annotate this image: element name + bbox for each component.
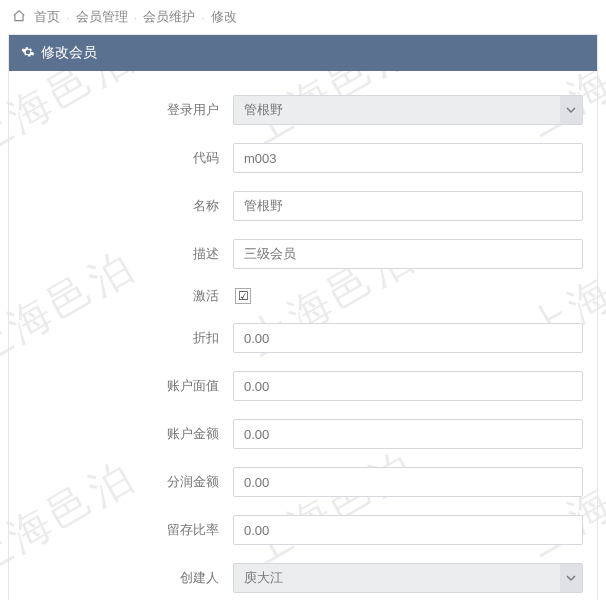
label-creator: 创建人 [23,569,233,587]
input-face-value[interactable] [233,371,583,401]
input-name[interactable] [233,191,583,221]
label-balance: 账户金额 [23,425,233,443]
label-face-value: 账户面值 [23,377,233,395]
breadcrumb-sep: · [66,10,70,25]
row-code: 代码 [23,143,583,173]
breadcrumb-home[interactable]: 首页 [34,8,60,26]
row-dividend: 分润金额 [23,467,583,497]
label-discount: 折扣 [23,329,233,347]
label-code: 代码 [23,149,233,167]
breadcrumb-l3: 修改 [211,8,237,26]
input-retain-rate[interactable] [233,515,583,545]
row-login-user: 登录用户 管根野 [23,95,583,125]
checkbox-active[interactable]: ☑ [235,288,251,304]
label-active: 激活 [23,287,233,305]
label-login-user: 登录用户 [23,101,233,119]
row-name: 名称 [23,191,583,221]
input-balance[interactable] [233,419,583,449]
row-retain-rate: 留存比率 [23,515,583,545]
row-desc: 描述 [23,239,583,269]
breadcrumb-l2[interactable]: 会员维护 [143,8,195,26]
gear-icon [21,45,35,62]
breadcrumb: 首页 · 会员管理 · 会员维护 · 修改 [0,0,606,34]
breadcrumb-sep: · [134,10,138,25]
panel: 修改会员 登录用户 管根野 代码 名称 描述 [8,34,598,600]
breadcrumb-l1[interactable]: 会员管理 [76,8,128,26]
row-discount: 折扣 [23,323,583,353]
label-name: 名称 [23,197,233,215]
label-retain-rate: 留存比率 [23,521,233,539]
input-code[interactable] [233,143,583,173]
breadcrumb-sep: · [201,10,205,25]
input-discount[interactable] [233,323,583,353]
input-dividend[interactable] [233,467,583,497]
row-balance: 账户金额 [23,419,583,449]
panel-body: 登录用户 管根野 代码 名称 描述 [9,71,597,600]
panel-title: 修改会员 [41,44,97,62]
row-active: 激活 ☑ [23,287,583,305]
home-icon [12,9,26,26]
select-login-user[interactable]: 管根野 [233,95,583,125]
select-creator[interactable]: 庾大江 [233,563,583,593]
label-desc: 描述 [23,245,233,263]
input-desc[interactable] [233,239,583,269]
row-creator: 创建人 庾大江 [23,563,583,593]
label-dividend: 分润金额 [23,473,233,491]
panel-header: 修改会员 [9,35,597,71]
row-face-value: 账户面值 [23,371,583,401]
